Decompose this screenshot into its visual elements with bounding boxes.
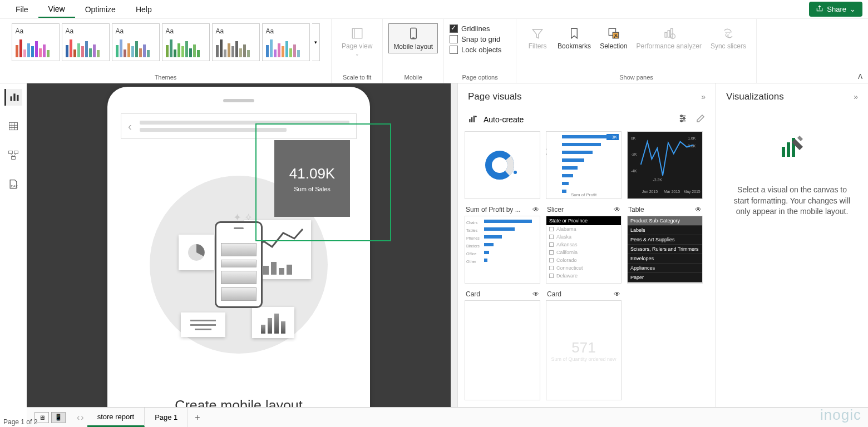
svg-rect-2 <box>410 28 416 39</box>
next-page-arrow[interactable]: › <box>81 413 83 423</box>
thumb-line-profit[interactable]: 0K-2K-4K 1.6K0.0K -3.2K Jan 2015Mar 2015… <box>627 131 703 199</box>
left-rail: DAX <box>0 83 27 192</box>
eraser-icon[interactable] <box>696 113 706 126</box>
visibility-icon[interactable]: 👁 <box>614 290 620 298</box>
svg-point-32 <box>680 115 682 117</box>
collapse-visualizations[interactable]: » <box>854 92 858 101</box>
share-label: Share <box>827 5 846 13</box>
svg-text:-3.2K: -3.2K <box>653 178 662 182</box>
themes-dropdown[interactable]: ▾ <box>312 23 320 61</box>
rail-report-icon[interactable] <box>4 89 22 106</box>
visibility-icon[interactable]: 👁 <box>532 206 539 214</box>
page-view-label: Page view <box>342 42 372 50</box>
filters-button[interactable]: Filters <box>522 23 553 52</box>
settings-icon[interactable] <box>678 113 688 126</box>
prev-page-arrow[interactable]: ‹ <box>77 413 80 423</box>
stage: ‹ ✦ ✧ <box>27 83 868 407</box>
page-options-label: Page options <box>462 73 497 82</box>
bookmarks-button[interactable]: Bookmarks <box>553 23 595 52</box>
themes-label: Themes <box>155 73 177 82</box>
add-page-button[interactable]: + <box>188 413 206 423</box>
visualizations-pane: Visualizations » Select a visual on the … <box>716 83 868 407</box>
mobile-layout-label: Mobile layout <box>393 43 433 51</box>
menu-view[interactable]: View <box>38 1 75 18</box>
svg-rect-8 <box>671 28 673 37</box>
visibility-icon[interactable]: 👁 <box>614 206 620 214</box>
svg-text:0K: 0K <box>631 136 636 140</box>
rail-table-icon[interactable] <box>4 118 22 135</box>
thumb-slicer[interactable]: State or Province Alabama Alaska Arkansa… <box>546 216 622 284</box>
menu-optimize[interactable]: Optimize <box>75 2 126 17</box>
theme-tile-4[interactable]: Aa <box>162 23 210 61</box>
visibility-icon[interactable]: 👁 <box>695 206 702 214</box>
ribbon-group-page-options: ✓Gridlines Snap to grid Lock objects Pag… <box>444 19 516 83</box>
mobile-layout-button[interactable]: Mobile layout <box>388 23 438 53</box>
page-status: Page 1 of 2 <box>3 418 37 426</box>
visibility-icon[interactable]: 👁 <box>532 290 539 298</box>
svg-rect-47 <box>782 147 785 157</box>
ribbon: Aa Aa Aa Aa Aa Aa ▾ Themes Page view ⌄ S… <box>0 19 868 83</box>
page-visuals-title: Page visuals <box>468 91 521 102</box>
tab-store-report[interactable]: store report <box>87 408 145 427</box>
ribbon-group-scale: Page view ⌄ Scale to fit <box>332 19 383 83</box>
theme-tile-5[interactable]: Aa <box>212 23 260 61</box>
selection-button[interactable]: Selection <box>595 23 632 52</box>
card-label: Sum of Sales <box>294 186 330 192</box>
pie-widget-icon <box>179 235 214 270</box>
show-panes-label: Show panes <box>619 73 653 82</box>
svg-text:Jan 2015: Jan 2015 <box>642 190 658 193</box>
thumb-hbar2[interactable]: Chairs Tables Phones Binders Office Othe… <box>465 216 540 284</box>
mobile-group-label: Mobile <box>405 73 422 82</box>
svg-line-22 <box>13 154 16 157</box>
svg-rect-0 <box>352 28 362 38</box>
svg-rect-11 <box>13 93 15 101</box>
thumb-card-ghost[interactable]: 571 Sum of Quantity ordered new <box>546 300 622 400</box>
theme-tile-6[interactable]: Aa <box>262 23 310 61</box>
visualizations-title: Visualizations <box>726 91 784 102</box>
mobile-view-icon[interactable]: 📱 <box>51 412 66 423</box>
placed-card-visual[interactable]: 41.09K Sum of Sales <box>274 140 350 217</box>
svg-text:Mar 2015: Mar 2015 <box>664 190 680 193</box>
thumb-card-empty[interactable] <box>465 300 540 400</box>
sync-slicers-button[interactable]: Sync slicers <box>706 23 751 52</box>
svg-rect-6 <box>665 32 667 37</box>
svg-text:DAX: DAX <box>11 185 18 188</box>
auto-create-icon <box>468 114 478 126</box>
share-button[interactable]: Share ⌄ <box>809 2 862 17</box>
scale-label: Scale to fit <box>343 73 371 82</box>
theme-tile-2[interactable]: Aa <box>62 23 110 61</box>
theme-tile-3[interactable]: Aa <box>112 23 160 61</box>
svg-text:-4K: -4K <box>631 169 637 173</box>
svg-point-33 <box>683 118 685 120</box>
lock-objects-toggle[interactable]: Lock objects <box>450 44 501 55</box>
thumb-hbar-profit[interactable]: 2.3K Sum of Profit Product Sub-Category <box>546 131 622 199</box>
theme-tile-1[interactable]: Aa <box>12 23 60 61</box>
ribbon-collapse[interactable]: ᐱ <box>858 73 862 81</box>
perf-analyzer-button[interactable]: Performance analyzer <box>632 23 706 52</box>
bars-widget-icon <box>252 307 294 338</box>
svg-point-34 <box>680 120 682 122</box>
auto-create-button[interactable]: Auto-create <box>468 114 524 126</box>
snap-to-grid-toggle[interactable]: Snap to grid <box>450 34 500 44</box>
ribbon-group-show-panes: Filters Bookmarks Selection Performance … <box>516 19 757 83</box>
svg-rect-26 <box>471 117 472 122</box>
phone-frame: ‹ ✦ ✧ <box>107 87 370 407</box>
mobile-canvas[interactable]: ‹ ✦ ✧ <box>27 83 451 407</box>
ribbon-group-themes: Aa Aa Aa Aa Aa Aa ▾ Themes <box>0 19 332 83</box>
visualizations-hint: Select a visual on the canvas to start f… <box>716 168 868 234</box>
mini-phone-icon <box>215 221 263 308</box>
thumb-table[interactable]: Product Sub-Category Labels Pens & Art S… <box>627 216 703 284</box>
watermark: inogic <box>820 406 861 424</box>
menu-help[interactable]: Help <box>126 2 162 17</box>
rail-model-icon[interactable] <box>4 147 22 163</box>
thumb-donut[interactable] <box>465 131 540 199</box>
tab-page-1[interactable]: Page 1 <box>145 408 188 427</box>
phone-speaker <box>223 99 254 102</box>
collapse-page-visuals[interactable]: » <box>701 92 706 101</box>
svg-text:May 2015: May 2015 <box>683 190 700 194</box>
menu-file[interactable]: File <box>6 2 38 17</box>
rail-dax-icon[interactable]: DAX <box>4 176 22 192</box>
page-view-button[interactable]: Page view ⌄ <box>337 23 377 59</box>
gridlines-toggle[interactable]: ✓Gridlines <box>450 23 490 34</box>
canvas-scrollbar[interactable] <box>451 83 457 407</box>
